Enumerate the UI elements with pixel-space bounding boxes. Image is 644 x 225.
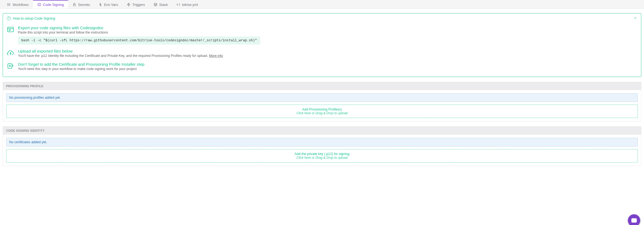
tab-label: Stack bbox=[159, 3, 168, 7]
step-desc: You'll need this step in your workflow t… bbox=[18, 67, 637, 71]
tab-workflows[interactable]: Workflows bbox=[3, 0, 33, 9]
tab-label: Code Signing bbox=[43, 3, 64, 7]
code-signing-identity-section: CODE SIGNING IDENTITY No certificates ad… bbox=[3, 126, 641, 166]
dropzone-title: Add the private key (.p12) for signing bbox=[9, 152, 635, 156]
dropzone-subtitle: Click here or Drag & Drop to upload bbox=[9, 111, 635, 115]
identity-empty-notice: No certificates added yet. bbox=[6, 138, 638, 146]
provisioning-dropzone[interactable]: Add Provisioning Profile(s) Click here o… bbox=[6, 105, 638, 118]
dropzone-subtitle: Click here or Drag & Drop to upload bbox=[9, 156, 635, 160]
svg-point-5 bbox=[8, 5, 8, 6]
list-icon bbox=[7, 3, 11, 6]
tab-label: Triggers bbox=[132, 3, 145, 7]
svg-rect-11 bbox=[8, 27, 13, 32]
download-step-icon bbox=[7, 62, 14, 69]
info-panel: ? How to setup Code Signing Export your … bbox=[3, 13, 641, 77]
step-title: Export your code signing files with Code… bbox=[18, 25, 637, 30]
tab-code-signing[interactable]: Code Signing bbox=[33, 0, 68, 9]
provisioning-profile-section: PROVISIONING PROFILE No provisioning pro… bbox=[3, 82, 641, 121]
tab-label: Env Vars bbox=[104, 3, 118, 7]
tab-label: Secrets bbox=[78, 3, 90, 7]
question-icon: ? bbox=[7, 16, 11, 20]
bolt-icon bbox=[127, 3, 131, 6]
code-icon bbox=[176, 3, 180, 6]
step-title: Upload all exported files below bbox=[18, 49, 637, 53]
layers-icon bbox=[154, 3, 157, 6]
svg-rect-6 bbox=[38, 3, 40, 6]
identity-dropzone[interactable]: Add the private key (.p12) for signing C… bbox=[6, 149, 638, 163]
tab-bitrise-yml[interactable]: bitrise.yml bbox=[172, 0, 202, 9]
step-desc: You'll have the .p12 Identity file inclu… bbox=[18, 54, 637, 58]
tab-triggers[interactable]: Triggers bbox=[122, 0, 149, 9]
install-script-code[interactable]: bash -l -c "$(curl -sfL https://raw.gith… bbox=[18, 36, 260, 45]
setup-step-installer: Don't forget to add the Certificate and … bbox=[7, 59, 637, 72]
lock-icon bbox=[73, 3, 76, 6]
tab-stack[interactable]: Stack bbox=[149, 0, 172, 9]
tab-bar: Workflows Code Signing Secrets Env Vars … bbox=[0, 0, 644, 9]
dropzone-title: Add Provisioning Profile(s) bbox=[9, 108, 635, 111]
info-panel-title: How to setup Code Signing bbox=[13, 16, 55, 20]
tab-label: bitrise.yml bbox=[182, 3, 198, 7]
more-info-link[interactable]: More info bbox=[209, 54, 223, 58]
step-desc: Paste this script into your terminal and… bbox=[18, 31, 637, 34]
setup-step-export: Export your code signing files with Code… bbox=[7, 23, 637, 46]
provisioning-empty-notice: No provisioning profiles added yet. bbox=[6, 93, 638, 102]
svg-point-3 bbox=[8, 3, 8, 4]
cloud-upload-icon bbox=[7, 49, 14, 56]
section-header: CODE SIGNING IDENTITY bbox=[3, 127, 641, 135]
section-header: PROVISIONING PROFILE bbox=[3, 82, 641, 90]
dollar-icon bbox=[99, 3, 102, 6]
svg-marker-10 bbox=[154, 3, 157, 5]
svg-rect-7 bbox=[73, 4, 75, 6]
tab-secrets[interactable]: Secrets bbox=[68, 0, 94, 9]
setup-step-upload: Upload all exported files below You'll h… bbox=[7, 46, 637, 59]
chevron-up-icon[interactable] bbox=[634, 16, 637, 21]
svg-marker-9 bbox=[127, 3, 130, 6]
terminal-icon bbox=[7, 25, 14, 33]
tab-label: Workflows bbox=[13, 3, 29, 7]
tab-env-vars[interactable]: Env Vars bbox=[94, 0, 122, 9]
info-panel-header[interactable]: ? How to setup Code Signing bbox=[3, 13, 641, 22]
shield-check-icon bbox=[37, 3, 41, 6]
step-title: Don't forget to add the Certificate and … bbox=[18, 62, 637, 67]
svg-point-4 bbox=[8, 4, 8, 5]
